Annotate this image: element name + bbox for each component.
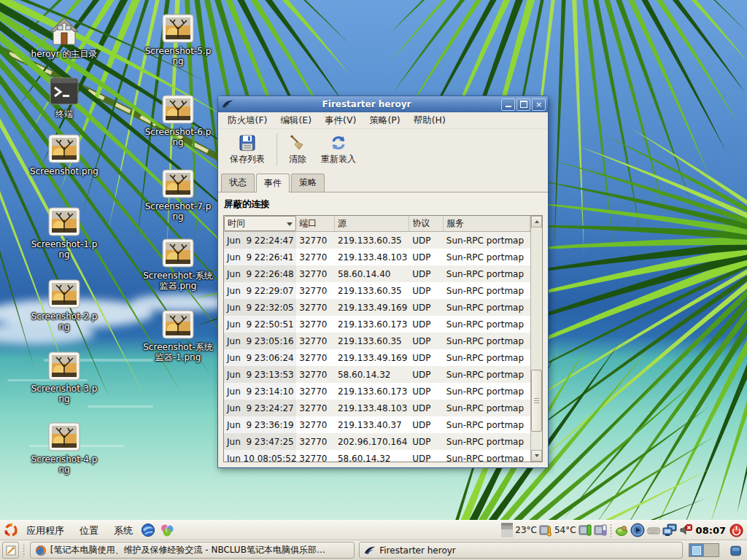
maximize-button[interactable] bbox=[516, 98, 530, 111]
tray-handle[interactable] bbox=[609, 524, 613, 537]
panel-menu-item[interactable]: 应用程序 bbox=[20, 523, 70, 538]
desktop-icon[interactable]: Screenshot.png bbox=[29, 133, 99, 176]
panel-menu-item[interactable]: 位置 bbox=[74, 523, 104, 538]
desktop-icon-label: Screenshot-系统监器.png bbox=[142, 271, 214, 291]
tab[interactable]: 事件 bbox=[256, 174, 290, 192]
scrollbar-trough[interactable] bbox=[531, 228, 542, 450]
taskbar-item-firestarter[interactable]: Firestarter heroyr bbox=[359, 542, 683, 559]
notification-applet-icon[interactable] bbox=[615, 524, 628, 537]
list-header: 时间 端口 源 bbox=[224, 216, 530, 232]
cpu-thermometer-icon[interactable] bbox=[539, 524, 552, 537]
trash-applet-icon[interactable] bbox=[729, 544, 742, 557]
shutdown-icon[interactable] bbox=[729, 524, 743, 537]
menu-item[interactable]: 事件(V) bbox=[318, 113, 363, 128]
column-header[interactable]: 源 bbox=[335, 216, 409, 231]
column-header[interactable]: 时间 bbox=[224, 216, 296, 231]
close-button[interactable]: × bbox=[532, 98, 546, 111]
cell-source: 58.60.14.40 bbox=[335, 269, 409, 279]
panel-menu-item[interactable]: 系统 bbox=[108, 523, 139, 538]
table-row[interactable]: Jun 9 22:26:41 32770 219.133.48.103 UDP … bbox=[224, 249, 530, 265]
column-header[interactable]: 协议 bbox=[409, 216, 444, 231]
desktop-icon[interactable]: Screenshot-系统监器.png bbox=[142, 238, 214, 291]
table-row[interactable]: Jun 9 22:50:51 32770 219.133.60.173 UDP … bbox=[224, 316, 530, 332]
menu-item[interactable]: 帮助(H) bbox=[407, 113, 452, 128]
desktop-icon[interactable]: Screenshot-系统监器-1.png bbox=[142, 309, 214, 362]
tab[interactable]: 状态 bbox=[221, 174, 255, 192]
desktop-icon[interactable]: 终端 bbox=[29, 76, 99, 119]
table-row[interactable]: Jun 9 23:24:27 32770 219.133.48.103 UDP … bbox=[224, 400, 530, 416]
vertical-scrollbar[interactable] bbox=[530, 216, 542, 462]
browser-launcher-icon[interactable] bbox=[140, 522, 156, 538]
desktop-icon[interactable]: Screenshot-6.png bbox=[143, 94, 213, 147]
menu-item[interactable]: 防火墙(F) bbox=[221, 113, 274, 128]
workspace-1[interactable] bbox=[689, 544, 704, 556]
reload-button[interactable]: 重新装入 bbox=[314, 131, 363, 168]
cell-time: Jun 9 23:47:25 bbox=[224, 433, 296, 450]
show-desktop-button[interactable] bbox=[2, 542, 19, 559]
clock[interactable]: 08:07 bbox=[696, 525, 726, 536]
desktop-icon-label: Screenshot-1.png bbox=[29, 239, 99, 260]
system-monitor-applet[interactable] bbox=[501, 523, 513, 537]
table-row[interactable]: Jun 10 08:05:52 32770 58.60.14.32 UDP Su… bbox=[224, 450, 530, 462]
column-header[interactable]: 服务 bbox=[444, 216, 530, 231]
volume-muted-icon[interactable] bbox=[679, 524, 692, 537]
desktop-icon[interactable]: Screenshot-3.png bbox=[29, 351, 99, 404]
cell-time: Jun 9 22:32:05 bbox=[224, 299, 296, 316]
minimize-button[interactable] bbox=[501, 98, 515, 111]
scrollbar-thumb[interactable] bbox=[531, 370, 542, 431]
desktop-icon[interactable]: Screenshot-7.png bbox=[143, 168, 213, 222]
table-row[interactable]: Jun 9 22:24:47 32770 219.133.60.35 UDP S… bbox=[224, 232, 530, 249]
cell-service: Sun-RPC portmap bbox=[444, 403, 530, 413]
cell-service: Sun-RPC portmap bbox=[444, 336, 530, 346]
desktop-icon-label: Screenshot-系统监器-1.png bbox=[142, 342, 214, 362]
table-row[interactable]: Jun 9 22:29:07 32770 219.133.60.35 UDP S… bbox=[224, 282, 530, 299]
column-header[interactable]: 端口 bbox=[296, 216, 335, 231]
desktop-icon[interactable]: Screenshot-5.png bbox=[143, 13, 213, 66]
cell-time: Jun 9 22:26:41 bbox=[224, 249, 296, 265]
table-row[interactable]: Jun 9 23:13:53 32770 58.60.14.32 UDP Sun… bbox=[224, 366, 530, 383]
cpu-load-icon[interactable] bbox=[578, 524, 592, 537]
refresh-icon bbox=[330, 134, 347, 152]
table-row[interactable]: Jun 9 23:36:19 32770 219.133.40.37 UDP S… bbox=[224, 416, 530, 433]
distro-menu-icon[interactable] bbox=[3, 522, 19, 538]
cell-port: 32770 bbox=[296, 353, 335, 363]
cell-source: 219.133.49.169 bbox=[335, 303, 409, 313]
table-row[interactable]: Jun 9 23:06:24 32770 219.133.49.169 UDP … bbox=[224, 349, 530, 366]
battery-applet-icon[interactable] bbox=[594, 524, 607, 537]
image-thumbnail-icon bbox=[162, 238, 194, 268]
desktop-icon[interactable]: Screenshot-2.png bbox=[29, 279, 99, 332]
scroll-down-button[interactable] bbox=[531, 450, 542, 462]
cell-protocol: UDP bbox=[409, 386, 444, 397]
table-row[interactable]: Jun 9 22:26:48 32770 58.60.14.40 UDP Sun… bbox=[224, 265, 530, 282]
taskbar-handle[interactable] bbox=[22, 544, 26, 557]
events-tab-content: 屏蔽的连接 时间 端口 bbox=[218, 192, 548, 467]
cell-protocol: UDP bbox=[409, 437, 444, 447]
menu-item[interactable]: 编辑(E) bbox=[274, 113, 318, 128]
cell-port: 32770 bbox=[296, 370, 335, 380]
clear-button[interactable]: 清除 bbox=[282, 131, 314, 168]
scroll-up-button[interactable] bbox=[531, 216, 542, 228]
app-launcher-icon[interactable] bbox=[159, 522, 175, 538]
table-row[interactable]: Jun 9 23:14:10 32770 219.133.60.173 UDP … bbox=[224, 383, 530, 400]
cell-source: 219.133.60.173 bbox=[335, 319, 409, 330]
table-row[interactable]: Jun 9 23:05:16 32770 219.133.60.35 UDP S… bbox=[224, 332, 530, 349]
workspace-2[interactable] bbox=[704, 544, 719, 556]
cell-source: 202.96.170.164 bbox=[335, 437, 409, 447]
table-row[interactable]: Jun 9 22:32:05 32770 219.133.49.169 UDP … bbox=[224, 299, 530, 316]
network-monitor-icon[interactable] bbox=[662, 524, 677, 537]
keyboard-tray-icon[interactable] bbox=[647, 525, 660, 535]
tab[interactable]: 策略 bbox=[291, 174, 325, 192]
taskbar-item-firefox[interactable]: [笔记本电脑使用、维护及保修经验交流 - NBCLUB笔记本电脑俱乐部… bbox=[30, 542, 355, 559]
desktop-icon[interactable]: heroyr 的主目录 bbox=[29, 16, 99, 59]
menubar: 防火墙(F) 编辑(E) 事件(V) 策略(P) 帮助(H) bbox=[218, 112, 548, 129]
save-list-button[interactable]: 保存列表 bbox=[222, 131, 272, 168]
desktop-icon[interactable]: Screenshot-1.png bbox=[29, 206, 99, 260]
player-tray-icon[interactable] bbox=[630, 523, 645, 537]
cell-protocol: UDP bbox=[409, 454, 444, 462]
cell-port: 32770 bbox=[296, 336, 335, 346]
menu-item[interactable]: 策略(P) bbox=[363, 113, 406, 128]
panel-menus: 应用程序 位置 系统 bbox=[20, 523, 139, 537]
window-titlebar[interactable]: Firestarter heroyr × bbox=[218, 96, 548, 112]
desktop-icon[interactable]: Screenshot-4.png bbox=[29, 421, 99, 475]
table-row[interactable]: Jun 9 23:47:25 32770 202.96.170.164 UDP … bbox=[224, 433, 530, 450]
